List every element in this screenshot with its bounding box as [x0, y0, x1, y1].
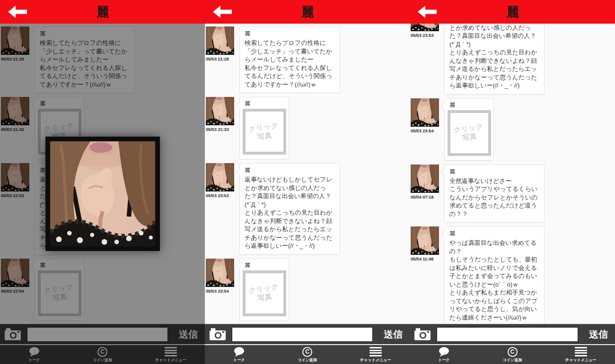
- avatar[interactable]: [206, 97, 234, 125]
- app-header: 麗: [205, 0, 410, 24]
- timestamp: 05/03 23:53: [206, 193, 229, 198]
- nav-item-talk[interactable]: トーク: [410, 345, 478, 364]
- sender-name: 麗: [245, 262, 286, 269]
- nav-item-talk[interactable]: トーク: [205, 345, 273, 364]
- photo-placeholder-line1: クリック: [453, 122, 484, 134]
- message-row: 05/03 23:54 麗 クリック写真: [206, 259, 410, 321]
- back-button[interactable]: [417, 5, 437, 18]
- camera-icon: [414, 328, 430, 340]
- send-button[interactable]: 送信: [377, 328, 410, 341]
- message-row: 05/04 11:48 麗 やっぱ真面目な出会い求めてるの？ もしそうだったとし…: [411, 226, 615, 324]
- photo-placeholder-text: クリック写真: [248, 121, 281, 142]
- timestamp: 05/03 23:54: [411, 128, 434, 133]
- message-input[interactable]: [437, 327, 578, 342]
- sender-name: 麗: [449, 102, 491, 109]
- message-bubble: 麗 全然返事ないけどさー こういうアプリやってるくらいなんだからセフレとかそうい…: [444, 165, 545, 223]
- nav-item-chat-menu[interactable]: チャットメニュー: [546, 345, 615, 364]
- selfie-photo-graphic: [411, 24, 439, 31]
- back-button[interactable]: [8, 5, 27, 18]
- sender-name: 麗: [449, 230, 539, 237]
- chat-screen-middle: 麗 05/03 21:28 麗 検索して: [205, 0, 410, 364]
- camera-button[interactable]: [210, 328, 226, 340]
- photo-placeholder-line1: クリック: [248, 121, 279, 133]
- timestamp: 05/03 23:53: [411, 33, 434, 38]
- bottom-nav: トーク C コイン追加 チャットメニュー: [205, 344, 410, 364]
- back-arrow-icon: [212, 5, 232, 18]
- avatar[interactable]: [206, 259, 234, 287]
- photo-placeholder-line2: 写真: [462, 132, 478, 142]
- timestamp: 05/03 21:28: [206, 56, 229, 61]
- coin-icon: C: [302, 347, 312, 357]
- page-title: 麗: [97, 0, 109, 24]
- page-title: 麗: [506, 0, 518, 24]
- sender-name: 麗: [245, 167, 334, 174]
- avatar-column: 05/03 21:33: [206, 97, 235, 132]
- message-bubble: 麗 クリック写真: [239, 259, 289, 321]
- selfie-photo-graphic: [411, 226, 439, 255]
- photo-thumbnail[interactable]: クリック写真: [243, 270, 286, 316]
- photo-placeholder-text: クリック写真: [453, 122, 485, 144]
- nav-item-coin[interactable]: C コイン追加: [273, 345, 341, 364]
- message-bubble: 麗 クリック写真: [239, 97, 289, 159]
- nav-label-coin: コイン追加: [503, 357, 522, 363]
- selfie-photo-graphic: [206, 163, 234, 191]
- camera-button[interactable]: [414, 328, 430, 340]
- avatar[interactable]: [411, 165, 439, 193]
- timestamp: 05/04 07:18: [411, 194, 434, 199]
- avatar[interactable]: [206, 26, 234, 55]
- avatar-column: 05/03 23:53: [411, 24, 440, 38]
- avatar[interactable]: [411, 98, 439, 127]
- message-text: 返事ないけどもしかしてセフレとか求めてない感じの人だった？真面目な出会い希望の人…: [449, 24, 539, 90]
- avatar-column: 05/04 11:48: [411, 226, 440, 261]
- message-text: 返事ないけどもしかしてセフレとか求めてない感じの人だった？真面目な出会い希望の人…: [245, 175, 334, 250]
- page-title: 麗: [301, 0, 314, 24]
- avatar-column: 05/03 23:53: [206, 163, 235, 198]
- selfie-photo-graphic: [206, 26, 234, 55]
- message-row: 05/04 07:18 麗 全然返事ないけどさー こういうアプリやってるくらいな…: [411, 165, 615, 223]
- avatar[interactable]: [411, 24, 439, 31]
- message-list[interactable]: 05/03 21:28 麗 検索してたらプロフの性格に「少しエッチ」って書いてた…: [205, 24, 410, 324]
- send-button[interactable]: 送信: [582, 328, 615, 341]
- timestamp: 05/03 23:54: [206, 288, 229, 294]
- message-bubble: 麗 返事ないけどもしかしてセフレとか求めてない感じの人だった？真面目な出会い希望…: [239, 163, 340, 255]
- message-bubble: 麗 やっぱ真面目な出会い求めてるの？ もしそうだったとしても、最初は私みたいに軽…: [444, 226, 545, 324]
- avatar-column: 05/03 23:54: [206, 259, 235, 294]
- message-text: やっぱ真面目な出会い求めてるの？ もしそうだったとしても、最初は私みたいに軽いノ…: [449, 239, 539, 321]
- avatar[interactable]: [206, 163, 234, 191]
- photo-placeholder-line1: クリック: [248, 283, 279, 295]
- nav-label-chat-menu: チャットメニュー: [565, 357, 596, 363]
- photo-lightbox[interactable]: [45, 137, 160, 251]
- photo-placeholder-text: クリック写真: [248, 282, 281, 304]
- back-button[interactable]: [212, 5, 232, 18]
- message-row: 05/03 23:53 麗 返事ないけどもしかしてセフレとか求めてない感じの人だ…: [206, 163, 410, 255]
- message-list[interactable]: 05/03 23:53 麗 返事ないけどもしかしてセフレとか求めてない感じの人だ…: [410, 24, 615, 324]
- sender-name: 麗: [449, 168, 539, 175]
- selfie-photo-graphic: [411, 165, 439, 193]
- enlarged-photo[interactable]: [50, 141, 155, 246]
- nav-item-coin[interactable]: C コイン追加: [478, 345, 547, 364]
- app-header: 麗: [410, 0, 615, 24]
- chat-screen-right: 麗 05/03 23:53 麗 返事ない: [410, 0, 615, 364]
- photo-placeholder-line2: 写真: [257, 293, 273, 302]
- message-text: 全然返事ないけどさー こういうアプリやってるくらいなんだからセフレとかそういの求…: [449, 177, 539, 218]
- camera-icon: [210, 328, 226, 340]
- nav-item-chat-menu[interactable]: チャットメニュー: [342, 345, 410, 364]
- message-row: 05/03 21:33 麗 クリック写真: [206, 97, 410, 159]
- message-bubble: 麗 検索してたらプロフの性格に「少しエッチ」って書いてたからメールしてみましたー…: [239, 26, 340, 93]
- message-input[interactable]: [232, 327, 373, 342]
- message-row: 05/03 23:54 麗 クリック写真: [411, 98, 615, 161]
- message-bubble: 麗 返事ないけどもしかしてセフレとか求めてない感じの人だった？真面目な出会い希望…: [444, 24, 545, 95]
- selfie-photo-graphic: [206, 259, 234, 287]
- message-input-bar: 送信: [410, 324, 615, 344]
- nav-label-coin: コイン追加: [298, 357, 317, 363]
- nav-label-talk: トーク: [233, 357, 245, 363]
- photo-thumbnail[interactable]: クリック写真: [448, 110, 491, 156]
- message-input-bar: 送信: [205, 324, 410, 344]
- screenshot-root: 麗 05/03 21:28 麗 検索して: [0, 0, 615, 364]
- sender-name: 麗: [245, 30, 334, 37]
- selfie-photo-graphic: [206, 97, 234, 125]
- photo-thumbnail[interactable]: クリック写真: [243, 109, 286, 155]
- menu-icon: [575, 347, 587, 357]
- avatar[interactable]: [411, 226, 439, 255]
- sender-name: 麗: [245, 100, 286, 107]
